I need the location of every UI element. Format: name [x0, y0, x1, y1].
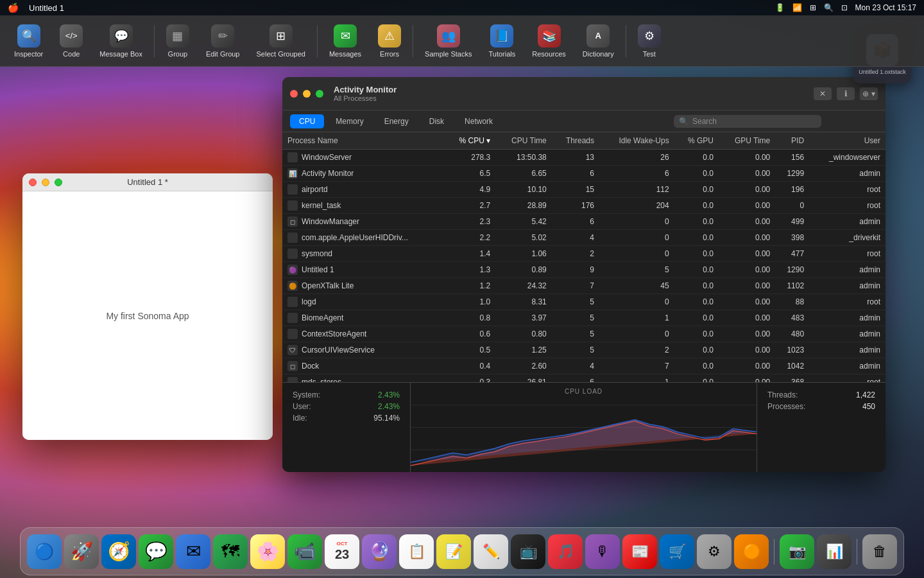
am-minimize-button[interactable] — [303, 90, 311, 98]
dock-systemprefs[interactable]: ⚙ — [697, 534, 732, 569]
table-row[interactable]: mds_stores 0.3 26.81 6 1 0.0 0.00 368 ro… — [282, 374, 886, 383]
col-threads[interactable]: Threads — [552, 132, 599, 150]
dock-reminders[interactable]: 📋 — [399, 534, 434, 569]
window-content: My first Sonoma App — [22, 191, 273, 440]
col-idle-wakeups[interactable]: Idle Wake-Ups — [599, 132, 674, 150]
cell-pid: 0 — [775, 198, 809, 214]
cell-gpu: 0.0 — [674, 358, 719, 374]
apple-logo-icon[interactable]: 🍎 — [8, 3, 19, 13]
toolbar-item-select-grouped[interactable]: ⊞ Select Grouped — [249, 21, 313, 62]
am-close-button[interactable] — [290, 90, 298, 98]
col-cpu-pct[interactable]: % CPU ▾ — [444, 132, 495, 150]
cell-idle-wakeups: 45 — [599, 278, 674, 294]
dock-safari[interactable]: 🧭 — [101, 534, 136, 569]
toolbar-item-dictionary[interactable]: A Dictionary — [575, 21, 622, 62]
toolbar-item-messages[interactable]: ✉ Messages — [321, 21, 369, 62]
cell-cpu: 0.6 — [444, 326, 495, 342]
dock-sep-2 — [857, 539, 857, 565]
table-row[interactable]: com.apple.AppleUserHIDDriv... 2.2 5.02 4… — [282, 230, 886, 246]
toolbar-item-test[interactable]: ⚙ Test — [630, 21, 669, 62]
tab-network[interactable]: Network — [456, 114, 502, 128]
table-row[interactable]: 🟠 OpenXTalk Lite 1.2 24.32 7 45 0.0 0.00… — [282, 278, 886, 294]
col-pid[interactable]: PID — [775, 132, 809, 150]
tab-memory[interactable]: Memory — [327, 114, 372, 128]
dock-photos[interactable]: 🌸 — [250, 534, 285, 569]
am-maximize-button[interactable] — [316, 90, 323, 98]
table-row[interactable]: BiomeAgent 0.8 3.97 5 1 0.0 0.00 483 adm… — [282, 310, 886, 326]
cell-pid: 1042 — [775, 358, 809, 374]
table-row[interactable]: airportd 4.9 10.10 15 112 0.0 0.00 196 r… — [282, 182, 886, 198]
am-info-button[interactable]: ℹ — [837, 87, 855, 100]
toolbar-item-resources[interactable]: 📚 Resources — [524, 21, 574, 62]
dock-mail[interactable]: ✉ — [176, 534, 210, 569]
toolbar-item-sample-stacks[interactable]: 👥 Sample Stacks — [417, 21, 479, 62]
dock-screenium[interactable]: 📷 — [780, 534, 814, 569]
am-stop-button[interactable]: ✕ — [814, 87, 832, 100]
tab-energy[interactable]: Energy — [375, 114, 418, 128]
dock-freeform[interactable]: ✏️ — [474, 534, 508, 569]
cell-pid: 368 — [775, 374, 809, 383]
cell-user: admin — [809, 342, 886, 358]
col-gpu-time[interactable]: GPU Time — [719, 132, 775, 150]
menubar-app-name[interactable]: Untitled 1 — [29, 3, 64, 13]
menubar-control-icon[interactable]: ⊡ — [841, 3, 848, 12]
toolbar-item-message-box[interactable]: 💬 Message Box — [92, 21, 150, 62]
dock-appstore[interactable]: 🛒 — [660, 534, 694, 569]
col-user[interactable]: User — [809, 132, 886, 150]
cell-idle-wakeups: 204 — [599, 198, 674, 214]
table-row[interactable]: ContextStoreAgent 0.6 0.80 5 0 0.0 0.00 … — [282, 326, 886, 342]
dock-siri[interactable]: 🔮 — [362, 534, 397, 569]
dock-maps[interactable]: 🗺 — [213, 534, 248, 569]
window-maximize-button[interactable] — [55, 179, 62, 186]
dock-notes[interactable]: 📝 — [436, 534, 471, 569]
cell-cpu-time: 1.25 — [495, 342, 551, 358]
dock-activitymonitor[interactable]: 📊 — [817, 534, 851, 569]
dock-launchpad[interactable]: 🚀 — [64, 534, 99, 569]
cell-name: BiomeAgent — [282, 310, 444, 326]
dock-facetime[interactable]: 📹 — [287, 534, 322, 569]
am-process-table[interactable]: Process Name % CPU ▾ CPU Time Threads Id… — [282, 132, 886, 382]
table-row[interactable]: sysmond 1.4 1.06 2 0 0.0 0.00 477 root — [282, 246, 886, 262]
dock-oxtlife[interactable]: 🟠 — [734, 534, 769, 569]
toolbar-item-code[interactable]: </> Code — [52, 21, 90, 62]
cell-cpu: 0.3 — [444, 374, 495, 383]
dock-calendar[interactable]: OCT 23 — [325, 534, 359, 569]
dock-news[interactable]: 📰 — [622, 534, 657, 569]
toolbar-item-group[interactable]: ▦ Group — [158, 21, 197, 62]
table-row[interactable]: 🟣 Untitled 1 1.3 0.89 9 5 0.0 0.00 1290 … — [282, 262, 886, 278]
table-row[interactable]: ◻ Dock 0.4 2.60 4 7 0.0 0.00 1042 admin — [282, 358, 886, 374]
dock-music[interactable]: 🎵 — [548, 534, 583, 569]
tab-cpu[interactable]: CPU — [290, 114, 324, 128]
window-close-button[interactable] — [29, 179, 37, 186]
toolbar-item-inspector[interactable]: 🔍 Inspector — [6, 21, 51, 62]
toolbar-item-edit-group[interactable]: ✏ Edit Group — [198, 21, 248, 62]
table-row[interactable]: WindowServer 278.3 13:50.38 13 26 0.0 0.… — [282, 150, 886, 166]
table-row[interactable]: 📊 Activity Monitor 6.5 6.65 6 6 0.0 0.00… — [282, 166, 886, 182]
dock-podcasts[interactable]: 🎙 — [585, 534, 620, 569]
am-search-area[interactable]: 🔍 — [674, 115, 821, 128]
toolbar-item-errors[interactable]: ⚠ Errors — [370, 21, 409, 62]
untitled-window: Untitled 1 * My first Sonoma App — [22, 173, 273, 440]
col-process-name[interactable]: Process Name — [282, 132, 444, 150]
cell-threads: 6 — [552, 166, 599, 182]
tab-disk[interactable]: Disk — [420, 114, 453, 128]
col-gpu-pct[interactable]: % GPU — [674, 132, 719, 150]
dock-trash[interactable]: 🗑 — [862, 534, 897, 569]
am-fork-button[interactable]: ⊕ ▾ — [860, 87, 878, 100]
menubar-search-icon[interactable]: 🔍 — [824, 3, 834, 12]
cell-idle-wakeups: 1 — [599, 374, 674, 383]
table-row[interactable]: ◻ WindowManager 2.3 5.42 6 0 0.0 0.00 49… — [282, 214, 886, 230]
window-minimize-button[interactable] — [42, 179, 49, 186]
menubar-battery-icon: 🔋 — [775, 3, 785, 12]
toolbar-item-tutorials[interactable]: 📘 Tutorials — [481, 21, 523, 62]
table-row[interactable]: logd 1.0 8.31 5 0 0.0 0.00 88 root — [282, 294, 886, 310]
table-row[interactable]: kernel_task 2.7 28.89 176 204 0.0 0.00 0… — [282, 198, 886, 214]
dock-messages[interactable]: 💬 — [139, 534, 173, 569]
am-tabs: CPU Memory Energy Disk Network 🔍 — [282, 110, 886, 132]
col-cpu-time[interactable]: CPU Time — [495, 132, 551, 150]
am-search-input[interactable] — [692, 117, 816, 126]
dock-tv[interactable]: 📺 — [511, 534, 545, 569]
table-row[interactable]: 🛡 CursorUIViewService 0.5 1.25 5 2 0.0 0… — [282, 342, 886, 358]
dock-finder[interactable]: 🔵 — [27, 534, 62, 569]
cell-name: com.apple.AppleUserHIDDriv... — [282, 230, 444, 245]
